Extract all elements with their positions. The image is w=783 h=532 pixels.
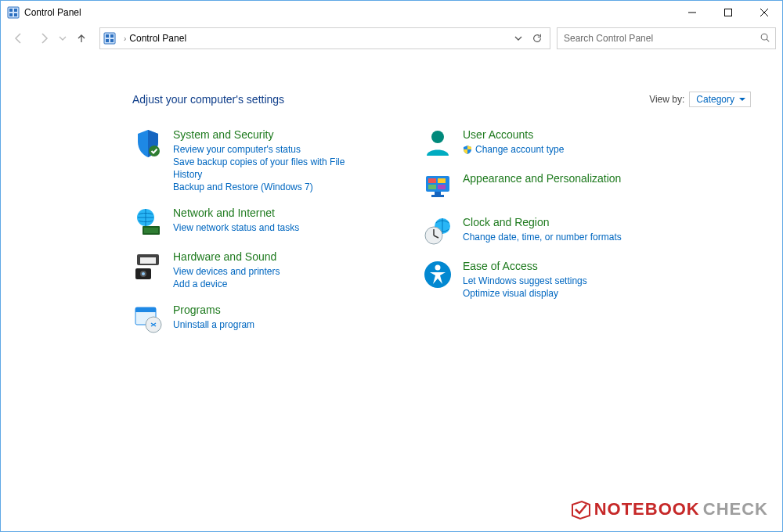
search-icon <box>760 32 770 45</box>
svg-rect-11 <box>110 34 114 38</box>
heading-row: Adjust your computer's settings View by:… <box>132 92 751 107</box>
search-box[interactable] <box>557 27 776 49</box>
watermark-nb: NOTEBOOK <box>594 499 700 519</box>
view-by-label: View by: <box>649 94 684 105</box>
category-title[interactable]: Programs <box>173 303 254 317</box>
category-title[interactable]: Network and Internet <box>173 206 299 220</box>
view-by-dropdown[interactable]: Category <box>689 92 751 107</box>
control-panel-icon <box>103 32 116 45</box>
category-link-label: Change account type <box>475 143 564 156</box>
title-bar: Control Panel <box>1 1 782 24</box>
category-link[interactable]: Save backup copies of your files with Fi… <box>173 156 375 181</box>
watermark: NOTEBOOKCHECK <box>569 498 768 520</box>
category-ease-of-access: Ease of Access Let Windows suggest setti… <box>422 259 665 300</box>
breadcrumb-root[interactable]: Control Panel <box>129 33 186 44</box>
svg-rect-31 <box>438 178 446 183</box>
monitor-personalization-icon <box>422 171 453 203</box>
category-title[interactable]: Appearance and Personalization <box>463 171 621 185</box>
category-link[interactable]: View network status and tasks <box>173 221 299 234</box>
svg-rect-2 <box>14 9 17 12</box>
svg-point-14 <box>761 34 767 40</box>
back-button[interactable] <box>7 27 31 49</box>
clock-globe-icon <box>422 215 453 246</box>
notebook-logo-icon <box>569 498 591 520</box>
svg-point-24 <box>142 272 145 275</box>
view-by-value: Category <box>696 94 734 105</box>
category-column-left: System and Security Review your computer… <box>132 128 375 347</box>
svg-line-15 <box>767 39 769 41</box>
category-programs: Programs Uninstall a program <box>132 303 375 334</box>
view-by: View by: Category <box>649 92 751 107</box>
category-title[interactable]: Hardware and Sound <box>173 250 280 264</box>
category-hardware-and-sound: Hardware and Sound View devices and prin… <box>132 250 375 290</box>
category-network-and-internet: Network and Internet View network status… <box>132 206 375 237</box>
close-button[interactable] <box>746 1 782 24</box>
globe-network-icon <box>132 206 164 237</box>
category-link[interactable]: Optimize visual display <box>463 287 587 300</box>
category-link[interactable]: Let Windows suggest settings <box>463 275 587 287</box>
shield-icon <box>132 128 164 159</box>
minimize-button[interactable] <box>674 1 710 24</box>
category-system-and-security: System and Security Review your computer… <box>132 128 375 193</box>
maximize-button[interactable] <box>710 1 746 24</box>
control-panel-icon <box>7 6 20 19</box>
window-title: Control Panel <box>24 7 81 18</box>
address-bar[interactable]: › Control Panel <box>99 27 550 49</box>
svg-rect-6 <box>725 9 732 16</box>
category-title[interactable]: Ease of Access <box>463 259 587 273</box>
content-area: Adjust your computer's settings View by:… <box>1 52 782 347</box>
svg-rect-1 <box>9 9 13 12</box>
forward-button[interactable] <box>32 27 56 49</box>
svg-rect-32 <box>428 185 436 189</box>
category-link[interactable]: Change date, time, or number formats <box>463 231 622 243</box>
svg-point-28 <box>431 131 444 143</box>
svg-rect-21 <box>140 257 156 264</box>
svg-rect-26 <box>135 307 156 312</box>
window-controls <box>674 1 782 24</box>
category-link[interactable]: Uninstall a program <box>173 318 254 331</box>
accessibility-icon <box>422 259 453 290</box>
chevron-right-icon[interactable]: › <box>124 34 126 43</box>
svg-rect-30 <box>428 178 436 183</box>
category-title[interactable]: User Accounts <box>463 128 564 142</box>
watermark-ck: CHECK <box>703 499 768 519</box>
programs-icon <box>132 303 164 334</box>
category-link[interactable]: Add a device <box>173 278 280 290</box>
category-clock-and-region: Clock and Region Change date, time, or n… <box>422 215 665 246</box>
svg-rect-34 <box>435 192 441 195</box>
category-column-right: User Accounts Change account type <box>422 128 665 347</box>
recent-locations-dropdown[interactable] <box>57 27 68 49</box>
category-user-accounts: User Accounts Change account type <box>422 128 665 159</box>
user-icon <box>422 128 453 159</box>
category-title[interactable]: Clock and Region <box>463 215 622 229</box>
svg-rect-10 <box>106 34 109 38</box>
category-title[interactable]: System and Security <box>173 128 375 142</box>
address-history-dropdown[interactable] <box>509 29 528 48</box>
up-button[interactable] <box>70 27 93 49</box>
category-link[interactable]: Change account type <box>463 143 564 156</box>
svg-rect-33 <box>438 185 446 189</box>
svg-rect-19 <box>144 228 158 233</box>
svg-point-41 <box>435 265 441 271</box>
search-input[interactable] <box>562 32 760 45</box>
category-link[interactable]: View devices and printers <box>173 265 280 278</box>
category-appearance-and-personalization: Appearance and Personalization <box>422 171 665 203</box>
category-link[interactable]: Review your computer's status <box>173 143 375 156</box>
svg-rect-4 <box>14 13 17 16</box>
svg-rect-12 <box>106 39 109 42</box>
svg-rect-3 <box>9 13 13 16</box>
category-link[interactable]: Backup and Restore (Windows 7) <box>173 181 375 193</box>
page-heading: Adjust your computer's settings <box>132 93 284 106</box>
refresh-button[interactable] <box>528 29 547 48</box>
uac-shield-icon <box>463 145 472 154</box>
svg-rect-35 <box>431 195 444 197</box>
printer-camera-icon <box>132 250 164 281</box>
navigation-row: › Control Panel <box>1 24 782 52</box>
svg-rect-13 <box>110 39 114 42</box>
